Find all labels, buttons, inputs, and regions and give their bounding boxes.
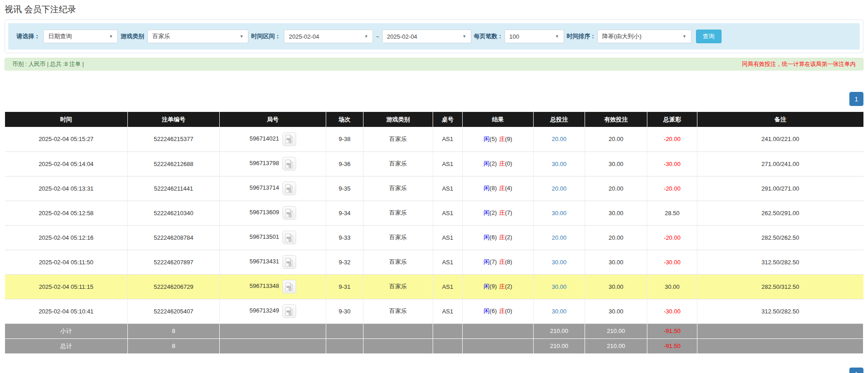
result-player-score: (6) bbox=[490, 307, 497, 314]
total-bet-link[interactable]: 30.00 bbox=[552, 308, 567, 315]
cell-session: 9-32 bbox=[326, 250, 363, 274]
result-player: 闲 bbox=[484, 209, 490, 216]
game-type-dropdown[interactable]: 百家乐 ▼ bbox=[147, 30, 248, 43]
video-replay-button[interactable] bbox=[283, 132, 296, 146]
cell-session: 9-38 bbox=[326, 127, 363, 151]
video-replay-button[interactable] bbox=[283, 280, 296, 293]
summary-info-bar: 币别 : 人民币 | 总共 :8 注单 | 同局有效投注，统一计算在该局第一张注… bbox=[5, 58, 863, 71]
cell-time: 2025-02-04 05:14:04 bbox=[5, 151, 128, 176]
video-file-icon bbox=[285, 184, 293, 193]
video-replay-button[interactable] bbox=[283, 181, 296, 195]
total-bet-link[interactable]: 30.00 bbox=[552, 161, 567, 167]
result-player-score: (8) bbox=[490, 185, 497, 192]
summary-count: 8 bbox=[128, 338, 220, 353]
cell-valid-bet: 20.00 bbox=[585, 176, 647, 201]
cell-table-no: AS1 bbox=[433, 127, 463, 151]
column-header: 时间 bbox=[5, 112, 128, 127]
result-banker-score: (7) bbox=[505, 209, 512, 216]
cell-round-id: 596713609 bbox=[220, 201, 326, 225]
page-size-dropdown[interactable]: 100 ▼ bbox=[505, 30, 564, 43]
notice-text: 同局有效投注，统一计算在该局第一张注单内 bbox=[742, 60, 856, 68]
cell-total-bet: 20.00 bbox=[534, 225, 585, 250]
cell-result: 闲(6)庄(0) bbox=[463, 299, 534, 323]
game-type-value: 百家乐 bbox=[148, 32, 235, 40]
cell-game-type: 百家乐 bbox=[363, 127, 433, 151]
table-row: 2025-02-04 05:15:27 522246215377 5967140… bbox=[5, 127, 863, 151]
total-bet-link[interactable]: 30.00 bbox=[552, 259, 567, 266]
cell-round-id: 596713431 bbox=[220, 250, 326, 274]
sort-dropdown[interactable]: 降幂(由大到小) ▼ bbox=[597, 30, 691, 43]
range-separator: ~ bbox=[376, 33, 379, 40]
video-replay-button[interactable] bbox=[283, 157, 296, 171]
cell-result: 闲(8)庄(4) bbox=[463, 176, 534, 201]
result-banker-score: (2) bbox=[505, 234, 512, 241]
page-1-button[interactable]: 1 bbox=[849, 368, 863, 373]
video-replay-button[interactable] bbox=[283, 255, 296, 269]
cell-payout: -30.00 bbox=[647, 299, 697, 323]
total-bet-link[interactable]: 20.00 bbox=[552, 185, 567, 192]
video-replay-button[interactable] bbox=[283, 231, 296, 244]
cell-time: 2025-02-04 05:13:31 bbox=[5, 176, 128, 201]
cell-total-bet: 30.00 bbox=[534, 299, 585, 323]
summary-label: 小计 bbox=[5, 323, 128, 338]
column-header: 有效投注 bbox=[585, 112, 647, 127]
cell-game-type: 百家乐 bbox=[363, 225, 433, 250]
pagination-top: 1 bbox=[5, 92, 863, 106]
cell-result: 闲(7)庄(8) bbox=[463, 250, 534, 274]
cell-remark: 282.50/312.50 bbox=[697, 274, 863, 299]
cell-bet-id: 522246208784 bbox=[128, 225, 220, 250]
total-bet-link[interactable]: 20.00 bbox=[552, 234, 567, 241]
result-player: 闲 bbox=[484, 136, 490, 142]
query-type-dropdown[interactable]: 日期查询 ▼ bbox=[43, 30, 118, 43]
result-player: 闲 bbox=[484, 258, 490, 265]
search-button[interactable]: 查询 bbox=[696, 30, 722, 43]
result-player-score: (7) bbox=[490, 258, 497, 265]
cell-time: 2025-02-04 05:12:58 bbox=[5, 201, 128, 225]
cell-time: 2025-02-04 05:15:27 bbox=[5, 127, 128, 151]
result-banker-score: (2) bbox=[505, 283, 512, 290]
table-row: 2025-02-04 05:11:50 522246207897 5967134… bbox=[5, 250, 863, 274]
bet-records-table: 时间注单编号局号场次游戏类别桌号结果总投注有效投注总派彩备注 2025-02-0… bbox=[5, 112, 863, 354]
cell-total-bet: 30.00 bbox=[534, 250, 585, 274]
cell-bet-id: 522246215377 bbox=[128, 127, 220, 151]
video-replay-button[interactable] bbox=[283, 206, 296, 220]
game-type-label: 游戏类别 bbox=[121, 32, 144, 40]
cell-game-type: 百家乐 bbox=[363, 250, 433, 274]
table-row: 2025-02-04 05:12:58 522246210340 5967136… bbox=[5, 201, 863, 225]
cell-table-no: AS1 bbox=[433, 225, 463, 250]
cell-remark: 262.50/291.00 bbox=[697, 201, 863, 225]
date-to-dropdown[interactable]: 2025-02-04 ▼ bbox=[382, 30, 471, 43]
column-header: 场次 bbox=[326, 112, 363, 127]
cell-valid-bet: 20.00 bbox=[585, 127, 647, 151]
result-player-score: (9) bbox=[490, 283, 497, 290]
cell-table-no: AS1 bbox=[433, 274, 463, 299]
cell-result: 闲(9)庄(2) bbox=[463, 274, 534, 299]
summary-payout: -91.50 bbox=[647, 338, 697, 353]
cell-time: 2025-02-04 05:11:50 bbox=[5, 250, 128, 274]
summary-valid-bet: 210.00 bbox=[585, 338, 647, 353]
page: 视讯 会员下注纪录 请选择： 日期查询 ▼ 游戏类别 百家乐 ▼ 时间区间： 2… bbox=[0, 0, 868, 373]
table-row: 2025-02-04 05:13:31 522246211441 5967137… bbox=[5, 176, 863, 201]
result-player-score: (2) bbox=[490, 209, 497, 216]
cell-valid-bet: 30.00 bbox=[585, 250, 647, 274]
video-file-icon bbox=[285, 134, 293, 144]
cell-result: 闲(2)庄(0) bbox=[463, 151, 534, 176]
cell-valid-bet: 20.00 bbox=[585, 225, 647, 250]
date-from-dropdown[interactable]: 2025-02-04 ▼ bbox=[284, 30, 373, 43]
cell-session: 9-35 bbox=[326, 176, 363, 201]
cell-result: 闲(2)庄(7) bbox=[463, 201, 534, 225]
cell-bet-id: 522246207897 bbox=[128, 250, 220, 274]
video-replay-button[interactable] bbox=[283, 304, 296, 318]
cell-payout: 30.00 bbox=[647, 274, 697, 299]
cell-bet-id: 522246211441 bbox=[128, 176, 220, 201]
total-bet-link[interactable]: 20.00 bbox=[552, 136, 567, 142]
page-1-button[interactable]: 1 bbox=[849, 92, 863, 106]
total-bet-link[interactable]: 30.00 bbox=[552, 283, 567, 290]
cell-table-no: AS1 bbox=[433, 176, 463, 201]
column-header: 桌号 bbox=[433, 112, 463, 127]
query-type-value: 日期查询 bbox=[44, 32, 105, 40]
cell-valid-bet: 30.00 bbox=[585, 274, 647, 299]
video-file-icon bbox=[285, 307, 293, 316]
total-bet-link[interactable]: 30.00 bbox=[552, 210, 567, 217]
result-banker: 庄 bbox=[499, 258, 505, 265]
